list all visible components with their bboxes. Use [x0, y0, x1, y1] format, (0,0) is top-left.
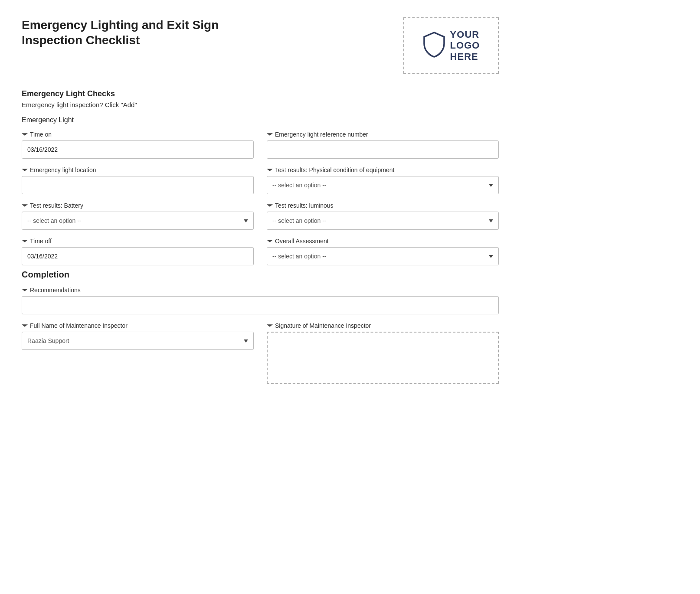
chevron-down-icon [267, 167, 273, 173]
location-label: Emergency light location [30, 166, 96, 173]
recommendations-field: Recommendations [22, 287, 499, 314]
logo-text: YOUR LOGO HERE [450, 29, 480, 62]
ref-number-input[interactable] [267, 140, 499, 159]
chevron-down-icon [22, 131, 28, 137]
subsection-title: Emergency Light [22, 116, 499, 124]
chevron-down-icon [22, 323, 28, 329]
ref-number-field: Emergency light reference number [267, 131, 499, 159]
time-off-input[interactable] [22, 247, 254, 265]
chevron-down-icon [22, 287, 28, 293]
completion-section: Completion Recommendations Full Name of … [22, 270, 499, 384]
chevron-down-icon [22, 167, 28, 173]
page-title: Emergency Lighting and Exit Sign Inspect… [22, 17, 282, 48]
logo-box: YOUR LOGO HERE [403, 17, 499, 74]
signature-box[interactable] [267, 332, 499, 384]
chevron-down-icon [267, 202, 273, 209]
chevron-down-icon [267, 131, 273, 137]
battery-label: Test results: Battery [30, 202, 83, 209]
time-on-field: Time on [22, 131, 254, 159]
chevron-down-icon [267, 323, 273, 329]
recommendations-label: Recommendations [30, 287, 81, 294]
shield-icon [422, 32, 446, 59]
time-off-field: Time off [22, 238, 254, 265]
emergency-light-checks-section: Emergency Light Checks Emergency light i… [22, 89, 499, 265]
full-name-select[interactable]: Raazia Support [22, 332, 254, 350]
battery-select[interactable]: -- select an option -- [22, 212, 254, 230]
physical-condition-select[interactable]: -- select an option -- [267, 176, 499, 194]
section-title: Emergency Light Checks [22, 89, 499, 98]
physical-condition-label: Test results: Physical condition of equi… [275, 166, 394, 173]
full-name-label: Full Name of Maintenance Inspector [30, 322, 128, 329]
time-on-input[interactable] [22, 140, 254, 159]
location-input[interactable] [22, 176, 254, 194]
luminous-label: Test results: luminous [275, 202, 334, 209]
location-field: Emergency light location [22, 166, 254, 194]
chevron-down-icon [267, 238, 273, 244]
overall-assessment-field: Overall Assessment -- select an option -… [267, 238, 499, 265]
physical-condition-field: Test results: Physical condition of equi… [267, 166, 499, 194]
overall-assessment-label: Overall Assessment [275, 238, 329, 245]
luminous-select[interactable]: -- select an option -- [267, 212, 499, 230]
section-subtitle: Emergency light inspection? Click "Add" [22, 101, 499, 108]
signature-field: Signature of Maintenance Inspector [267, 322, 499, 384]
luminous-field: Test results: luminous -- select an opti… [267, 202, 499, 230]
chevron-down-icon [22, 202, 28, 209]
time-off-label: Time off [30, 238, 52, 245]
overall-assessment-select[interactable]: -- select an option -- [267, 247, 499, 265]
ref-number-label: Emergency light reference number [275, 131, 368, 138]
recommendations-input[interactable] [22, 296, 499, 314]
chevron-down-icon [22, 238, 28, 244]
signature-label: Signature of Maintenance Inspector [275, 322, 371, 329]
battery-field: Test results: Battery -- select an optio… [22, 202, 254, 230]
completion-title: Completion [22, 270, 499, 280]
time-on-label: Time on [30, 131, 52, 138]
full-name-field: Full Name of Maintenance Inspector Raazi… [22, 322, 254, 384]
